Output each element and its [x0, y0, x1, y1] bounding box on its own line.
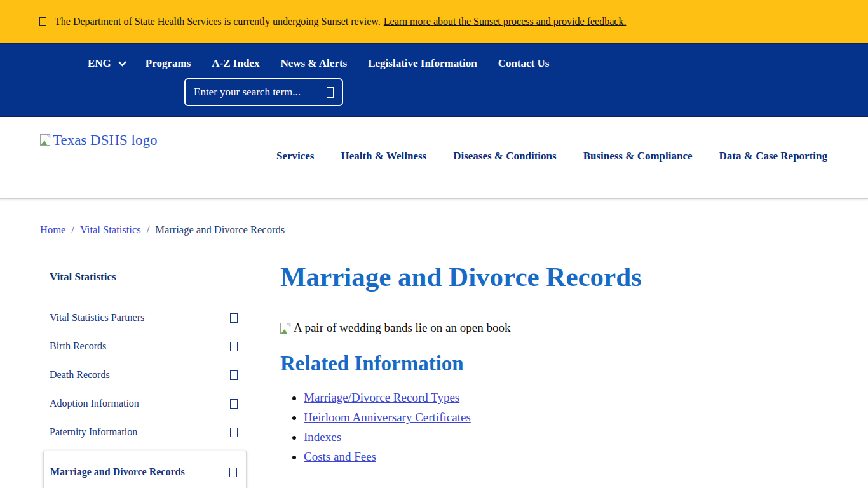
- nav-link-news-alerts[interactable]: News & Alerts: [280, 57, 347, 70]
- nav-link-data-case-reporting[interactable]: Data & Case Reporting: [719, 150, 827, 163]
- nav-link-programs[interactable]: Programs: [146, 57, 191, 70]
- site-logo[interactable]: Texas DSHS logo: [40, 132, 158, 149]
- sidebar-title: Vital Statistics: [43, 271, 247, 283]
- link-indexes[interactable]: Indexes: [304, 430, 341, 444]
- logo-alt-text: Texas DSHS logo: [53, 132, 158, 149]
- chevron-right-icon: [229, 468, 237, 477]
- hero-image-alt-text: A pair of wedding bands lie on an open b…: [294, 321, 510, 335]
- broken-image-icon: [280, 323, 292, 335]
- related-links-list: Marriage/Divorce Record Types Heirloom A…: [280, 391, 642, 464]
- chevron-right-icon: [230, 399, 238, 409]
- nav-link-az-index[interactable]: A-Z Index: [212, 57, 259, 70]
- list-item: Marriage/Divorce Record Types: [304, 391, 642, 405]
- content-row: Vital Statistics Vital Statistics Partne…: [0, 261, 868, 488]
- list-item: Costs and Fees: [304, 450, 642, 464]
- main-content: Marriage and Divorce Records A pair of w…: [280, 261, 642, 470]
- nav-link-business-compliance[interactable]: Business & Compliance: [583, 150, 693, 163]
- sidebar-item-label: Adoption Information: [50, 398, 139, 409]
- nav-link-health-wellness[interactable]: Health & Wellness: [341, 150, 426, 163]
- search-input[interactable]: [194, 86, 327, 98]
- sidebar-vital-statistics: Vital Statistics Vital Statistics Partne…: [43, 261, 247, 488]
- sidebar-item-vital-statistics-partners[interactable]: Vital Statistics Partners: [43, 305, 247, 330]
- search-box[interactable]: [184, 78, 343, 106]
- sidebar-item-label: Marriage and Divorce Records: [50, 466, 185, 478]
- sidebar-item-label: Birth Records: [50, 341, 106, 352]
- sidebar-item-adoption-information[interactable]: Adoption Information: [43, 391, 247, 416]
- sidebar-item-label: Paternity Information: [50, 426, 137, 438]
- chevron-right-icon: [230, 370, 238, 380]
- link-heirloom-anniversary-certificates[interactable]: Heirloom Anniversary Certificates: [304, 410, 471, 424]
- site-header: Texas DSHS logo Services Health & Wellne…: [0, 117, 868, 199]
- chevron-right-icon: [230, 342, 238, 351]
- link-costs-and-fees[interactable]: Costs and Fees: [304, 450, 376, 463]
- list-item: Heirloom Anniversary Certificates: [304, 410, 642, 424]
- breadcrumb-vital-statistics[interactable]: Vital Statistics: [80, 224, 141, 236]
- related-information-heading: Related Information: [280, 352, 642, 376]
- utility-nav-row: ENG Programs A-Z Index News & Alerts Leg…: [0, 44, 868, 70]
- language-selector[interactable]: ENG: [88, 57, 126, 70]
- breadcrumb: Home / Vital Statistics / Marriage and D…: [40, 224, 868, 236]
- nav-link-services[interactable]: Services: [276, 150, 314, 163]
- sidebar-item-label: Death Records: [50, 369, 110, 381]
- primary-nav: Services Health & Wellness Diseases & Co…: [276, 150, 827, 163]
- sidebar-item-paternity-information[interactable]: Paternity Information: [43, 419, 247, 445]
- breadcrumb-current: Marriage and Divorce Records: [155, 224, 285, 236]
- list-item: Indexes: [304, 430, 642, 444]
- page: The Department of State Health Services …: [0, 0, 868, 488]
- chevron-right-icon: [230, 313, 238, 323]
- page-title: Marriage and Divorce Records: [280, 262, 642, 292]
- sidebar-item-birth-records[interactable]: Birth Records: [43, 334, 247, 359]
- broken-image-icon: [40, 134, 51, 146]
- nav-link-legislative-information[interactable]: Legislative Information: [368, 57, 477, 70]
- language-label: ENG: [88, 57, 111, 70]
- sidebar-item-label: Vital Statistics Partners: [50, 312, 144, 323]
- breadcrumb-separator: /: [147, 224, 150, 236]
- breadcrumb-home[interactable]: Home: [40, 224, 65, 236]
- sunset-alert-banner: The Department of State Health Services …: [0, 0, 868, 43]
- link-marriage-divorce-record-types[interactable]: Marriage/Divorce Record Types: [304, 391, 459, 404]
- sidebar-item-death-records[interactable]: Death Records: [43, 362, 247, 388]
- search-icon[interactable]: [327, 87, 334, 98]
- hero-image-broken: A pair of wedding bands lie on an open b…: [280, 321, 642, 335]
- alert-text: The Department of State Health Services …: [55, 16, 381, 27]
- sunset-feedback-link[interactable]: Learn more about the Sunset process and …: [384, 16, 627, 27]
- utility-nav-bar: ENG Programs A-Z Index News & Alerts Leg…: [0, 43, 868, 117]
- breadcrumb-separator: /: [71, 224, 74, 236]
- chevron-right-icon: [230, 428, 238, 437]
- nav-link-diseases-conditions[interactable]: Diseases & Conditions: [453, 150, 556, 163]
- alert-icon: [39, 17, 46, 26]
- sidebar-item-marriage-divorce-records[interactable]: Marriage and Divorce Records: [43, 451, 247, 488]
- chevron-down-icon: [118, 58, 126, 69]
- nav-link-contact-us[interactable]: Contact Us: [498, 57, 550, 70]
